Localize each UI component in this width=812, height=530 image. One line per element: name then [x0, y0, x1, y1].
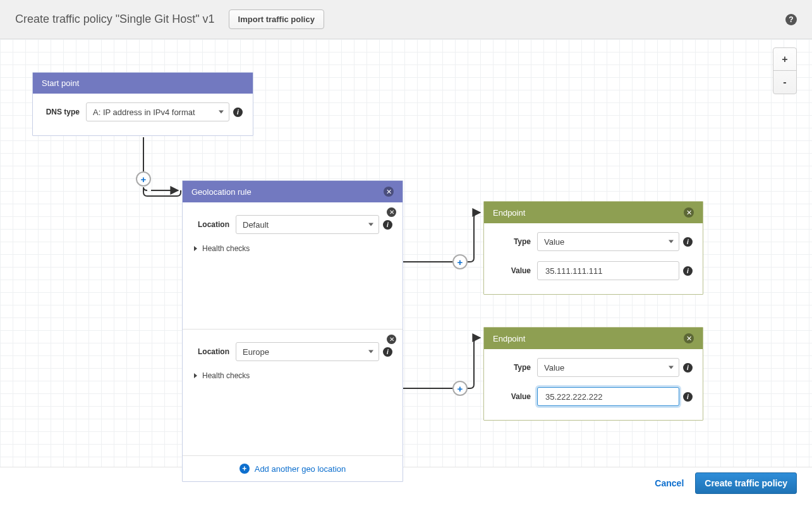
cancel-button[interactable]: Cancel	[655, 478, 684, 488]
import-policy-button[interactable]: Import traffic policy	[229, 9, 324, 29]
endpoint-title: Endpoint	[493, 334, 525, 343]
zoom-controls: + -	[773, 47, 797, 94]
health-checks-label: Health checks	[202, 371, 250, 380]
type-select[interactable]: Value	[537, 232, 679, 251]
location-value: Europe	[243, 347, 269, 357]
footer-bar: Cancel Create traffic policy	[0, 467, 812, 498]
health-checks-label: Health checks	[202, 244, 250, 253]
dns-type-label: DNS type	[43, 108, 86, 116]
info-icon[interactable]: i	[383, 220, 392, 230]
zoom-out-button[interactable]: -	[773, 71, 796, 94]
connector-add-button[interactable]: +	[452, 381, 468, 396]
endpoint-title: Endpoint	[493, 208, 525, 218]
health-checks-toggle[interactable]: Health checks	[193, 371, 392, 380]
type-label: Type	[494, 237, 537, 246]
info-icon[interactable]: i	[233, 108, 243, 117]
close-icon[interactable]: ✕	[684, 333, 694, 343]
start-point-node[interactable]: Start point DNS type A: IP address in IP…	[32, 72, 253, 136]
location-label: Location	[193, 347, 236, 356]
endpoint-node[interactable]: Endpoint ✕ Type Value i Value i	[483, 327, 703, 421]
location-label: Location	[193, 220, 236, 229]
location-value: Default	[243, 220, 269, 230]
add-geo-location-button[interactable]: + Add another geo location	[183, 455, 403, 481]
chevron-right-icon	[194, 246, 197, 251]
location-select[interactable]: Europe	[236, 342, 379, 361]
add-geo-location-label: Add another geo location	[255, 464, 346, 474]
value-label: Value	[494, 392, 537, 401]
close-icon[interactable]: ✕	[684, 207, 694, 218]
value-input[interactable]	[537, 387, 679, 406]
close-icon[interactable]: ✕	[384, 187, 394, 197]
info-icon[interactable]: i	[683, 392, 693, 402]
page-title: Create traffic policy "Single Git Host" …	[15, 13, 215, 26]
close-icon[interactable]: ✕	[387, 207, 396, 217]
endpoint-header: Endpoint ✕	[484, 328, 703, 349]
connector-add-button[interactable]: +	[452, 254, 468, 269]
type-select[interactable]: Value	[537, 358, 679, 377]
header-bar: Create traffic policy "Single Git Host" …	[0, 0, 812, 39]
location-select[interactable]: Default	[236, 215, 379, 234]
start-point-header: Start point	[33, 73, 253, 94]
chevron-down-icon	[368, 223, 373, 226]
endpoint-header: Endpoint ✕	[484, 202, 703, 223]
chevron-down-icon	[219, 111, 224, 114]
geolocation-title: Geolocation rule	[191, 187, 251, 197]
dns-type-value: A: IP address in IPv4 format	[93, 108, 195, 117]
zoom-in-button[interactable]: +	[773, 48, 796, 71]
value-field[interactable]	[544, 391, 664, 402]
info-icon[interactable]: i	[383, 347, 392, 357]
info-icon[interactable]: i	[683, 237, 693, 247]
connector-add-button[interactable]: +	[136, 171, 151, 187]
plus-icon: +	[239, 464, 250, 474]
chevron-down-icon	[669, 240, 674, 243]
dns-type-select[interactable]: A: IP address in IPv4 format	[86, 102, 229, 121]
type-value: Value	[544, 363, 564, 373]
info-icon[interactable]: i	[683, 266, 693, 276]
type-value: Value	[544, 237, 564, 247]
chevron-down-icon	[669, 366, 674, 369]
info-icon[interactable]: i	[683, 363, 693, 373]
health-checks-toggle[interactable]: Health checks	[193, 244, 392, 253]
geolocation-rule-node[interactable]: Geolocation rule ✕ ✕ Location Default i …	[182, 180, 403, 482]
policy-canvas[interactable]: + - + + + Start point DNS type	[0, 39, 812, 498]
value-input[interactable]	[537, 261, 679, 280]
value-label: Value	[494, 266, 537, 275]
start-point-title: Start point	[42, 78, 79, 88]
type-label: Type	[494, 363, 537, 372]
chevron-right-icon	[194, 373, 197, 378]
endpoint-node[interactable]: Endpoint ✕ Type Value i Value i	[483, 201, 703, 295]
close-icon[interactable]: ✕	[387, 335, 396, 344]
chevron-down-icon	[368, 350, 373, 354]
help-icon[interactable]: ?	[785, 14, 797, 25]
geolocation-header: Geolocation rule ✕	[183, 181, 403, 202]
value-field[interactable]	[544, 266, 664, 276]
create-policy-button[interactable]: Create traffic policy	[695, 472, 797, 494]
